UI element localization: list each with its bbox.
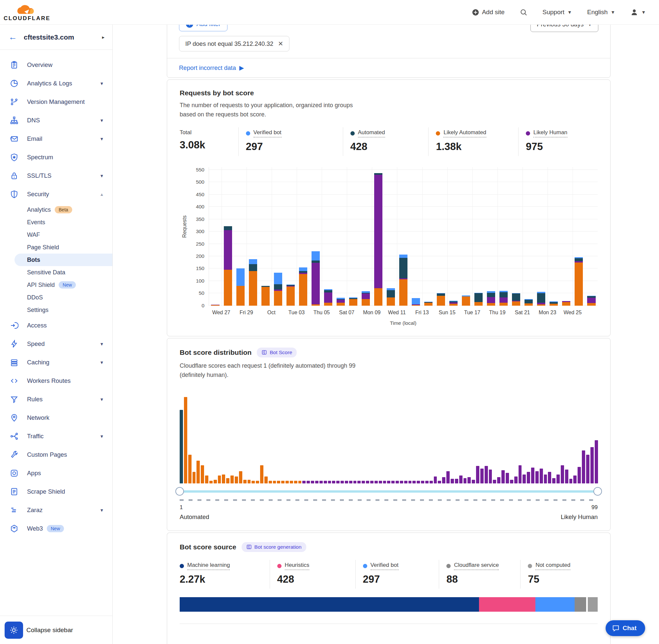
bar-segment-likely-automated (349, 299, 357, 306)
add-site-button[interactable]: Add site (472, 8, 505, 16)
sidebar-item-access[interactable]: Access (0, 316, 112, 335)
slider-handle-min[interactable] (175, 487, 184, 496)
sidebar-subitem-analytics[interactable]: AnalyticsBeta (0, 204, 112, 216)
bar-segment-likely-automated (499, 303, 508, 306)
stacked-bar (324, 289, 332, 305)
stat-label-text: Not computed (535, 562, 570, 570)
sidebar-item-custom-pages[interactable]: Custom Pages (0, 445, 112, 464)
filter-chip[interactable]: IP does not equal 35.212.240.32 ✕ (179, 36, 289, 51)
slider-track[interactable] (180, 490, 598, 493)
histogram-bar (345, 481, 348, 483)
histogram-bar (226, 478, 230, 483)
sidebar-item-workers-routes[interactable]: Workers Routes (0, 372, 112, 390)
histogram-bar (535, 471, 539, 483)
sidebar-item-rules[interactable]: Rules▼ (0, 390, 112, 409)
language-menu[interactable]: English ▼ (587, 8, 615, 16)
stat-label[interactable]: Not computed (528, 562, 570, 570)
sidebar-item-ssl-tls[interactable]: SSL/TLS▼ (0, 166, 112, 185)
stat-label[interactable]: Machine learning (180, 562, 230, 570)
sidebar-item-caching[interactable]: Caching▼ (0, 353, 112, 372)
bar-segment-likely-automated (537, 304, 545, 306)
sidebar-item-email[interactable]: Email▼ (0, 130, 112, 148)
sidebar-subitem-events[interactable]: Events (0, 216, 112, 229)
bar-segment-likely-automated (236, 286, 244, 306)
stat-label[interactable]: Cloudflare service (446, 562, 499, 570)
sidebar-subitem-page-shield[interactable]: Page Shield (0, 241, 112, 254)
account-menu[interactable]: ▼ (630, 8, 646, 16)
histogram-bar (557, 475, 560, 483)
sidebar-item-web3[interactable]: Web3New (0, 519, 112, 538)
histogram-bar (222, 475, 225, 483)
gear-button[interactable] (5, 622, 23, 639)
histogram-bar (519, 465, 522, 483)
stat-label: Total (180, 129, 191, 136)
sidebar-item-label: Custom Pages (27, 451, 104, 458)
cloudflare-logo[interactable]: CLOUDFLARE (7, 3, 47, 22)
stat-label[interactable]: Heuristics (277, 562, 310, 570)
histogram-bar (590, 447, 594, 483)
sidebar-subitem-bots[interactable]: Bots (15, 254, 112, 266)
bar-segment-automated (311, 260, 320, 263)
x-axis-labels: Wed 27Fri 29OctTue 03Thu 05Sat 07Mon 09W… (209, 308, 598, 318)
remove-filter-icon[interactable]: ✕ (278, 40, 283, 47)
pin-icon (10, 414, 19, 422)
bar-segment-likely-automated (449, 304, 457, 306)
sidebar-item-traffic[interactable]: Traffic▼ (0, 427, 112, 445)
sidebar-item-label: Access (27, 322, 104, 329)
histogram-bar (493, 480, 496, 483)
search-button[interactable] (520, 8, 527, 16)
chevron-down-icon: ▼ (99, 508, 104, 513)
report-incorrect-data-link[interactable]: Report incorrect data ▶ (179, 64, 244, 72)
sidebar-item-apps[interactable]: Apps (0, 464, 112, 482)
stat-label[interactable]: Verified bot (246, 129, 282, 138)
chat-button[interactable]: Chat (606, 620, 645, 636)
site-switcher-caret-icon[interactable]: ▸ (102, 34, 104, 40)
histogram-bar (298, 481, 302, 483)
collapse-sidebar-label[interactable]: Collapse sidebar (26, 626, 73, 634)
sidebar-item-version-management[interactable]: Version Management (0, 93, 112, 111)
bar-segment-likely-automated (437, 296, 445, 306)
slider-handle-max[interactable] (593, 487, 602, 496)
histogram-bar (514, 477, 518, 483)
bar-segment-likely-automated (587, 303, 595, 306)
bar-slot (284, 167, 297, 306)
bar-segment-likely-human (499, 297, 508, 303)
sidebar-item-security[interactable]: Security▲ (0, 185, 112, 204)
bot-score-doc-badge[interactable]: Bot Score (257, 348, 297, 358)
sidebar-subitem-ddos[interactable]: DDoS (0, 291, 112, 304)
stat-label[interactable]: Verified bot (363, 562, 399, 570)
back-arrow-icon[interactable]: ← (8, 32, 17, 42)
stat-verified-bot: Verified bot297 (238, 127, 343, 156)
sidebar-item-dns[interactable]: DNS▼ (0, 111, 112, 130)
sidebar-item-network[interactable]: Network (0, 409, 112, 427)
sidebar-item-scrape-shield[interactable]: Scrape Shield (0, 482, 112, 501)
support-menu[interactable]: Support ▼ (543, 8, 572, 16)
legend-dot-icon (436, 131, 440, 136)
bar-segment-likely-human (587, 298, 595, 303)
sidebar-subitem-sensitive-data[interactable]: Sensitive Data (0, 266, 112, 279)
sidebar-item-speed[interactable]: Speed▼ (0, 335, 112, 353)
histogram-bar (294, 481, 297, 483)
bar-segment-likely-automated (261, 287, 270, 306)
panel-title: Bot score distribution (180, 348, 252, 356)
sidebar-item-label: Zaraz (27, 506, 99, 514)
bar-slot (372, 167, 384, 306)
sidebar-item-analytics-logs[interactable]: Analytics & Logs▼ (0, 74, 112, 93)
sidebar-item-overview[interactable]: Overview (0, 56, 112, 74)
histogram-bar (196, 461, 200, 483)
sidebar-item-label: Email (27, 135, 99, 142)
bar-slot (234, 167, 246, 306)
sidebar-item-spectrum[interactable]: Spectrum (0, 148, 112, 166)
stat-label[interactable]: Likely Automated (436, 129, 486, 138)
bar-slot (585, 167, 598, 306)
bot-score-generation-doc-badge[interactable]: Bot score generation (242, 542, 306, 552)
sidebar-subitem-waf[interactable]: WAF (0, 229, 112, 241)
sidebar-subitem-label: Settings (27, 307, 48, 314)
stat-label[interactable]: Automated (350, 129, 385, 138)
sidebar-subitem-api-shield[interactable]: API ShieldNew (0, 279, 112, 291)
sidebar-item-zaraz[interactable]: Zaraz▼ (0, 501, 112, 519)
histogram-bar (476, 466, 479, 483)
stat-label[interactable]: Likely Human (526, 129, 567, 138)
sidebar-subitem-settings[interactable]: Settings (0, 304, 112, 316)
bar-slot (309, 167, 322, 306)
